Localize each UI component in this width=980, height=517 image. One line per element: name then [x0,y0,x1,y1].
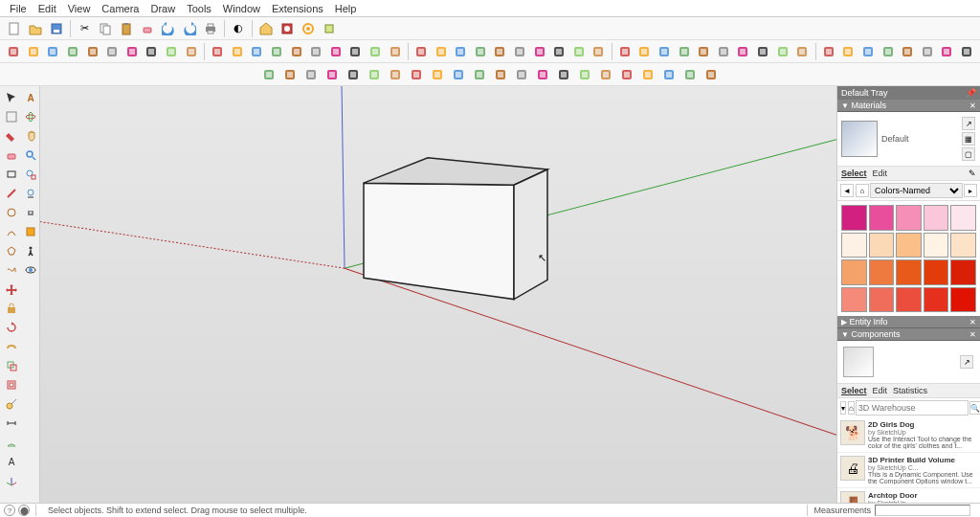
tray-pin-icon[interactable]: 📌 [966,88,976,98]
position-camera-icon[interactable] [22,204,39,221]
back-view-icon[interactable] [344,65,363,84]
component-send-icon[interactable]: ↗ [960,355,973,369]
plugin-tool-36-icon[interactable] [734,42,752,61]
color-swatch-6[interactable] [869,233,895,258]
plugin-tool-9-icon[interactable] [182,42,200,61]
push-pull-tool-icon[interactable] [3,300,20,317]
monochrome-style-icon[interactable] [491,65,510,84]
sample-paint-icon[interactable]: ✎ [969,169,976,178]
tape-measure-icon[interactable] [3,395,20,413]
plugin-tool-3-icon[interactable] [64,42,82,61]
tray-header[interactable]: Default Tray 📌 [837,86,980,100]
pan-tool-icon[interactable] [22,127,39,145]
wireframe-style-icon[interactable] [407,65,426,84]
zoom-extents-icon[interactable] [22,166,39,183]
color-swatch-5[interactable] [841,233,867,258]
shadows-date-icon[interactable] [533,65,552,84]
protractor-tool-icon[interactable] [3,434,20,451]
plugin-tool-12-icon[interactable] [248,42,266,61]
3d-viewport[interactable]: ↖ [40,86,836,503]
shadows-on-icon[interactable] [512,65,531,84]
erase-icon[interactable] [138,19,157,38]
select-tool-icon[interactable] [3,89,20,106]
warehouse-icon[interactable] [256,19,276,38]
color-swatch-2[interactable] [896,205,922,231]
zoom-tool-icon[interactable] [22,146,39,164]
make-component-icon[interactable] [3,108,20,125]
materials-tab-edit[interactable]: Edit [873,169,888,178]
print-icon[interactable] [201,19,220,38]
right-view-icon[interactable] [323,65,342,84]
section-display-icon[interactable] [575,65,594,84]
plugin-tool-46-icon[interactable] [938,42,956,61]
plugin-tool-35-icon[interactable] [715,42,733,61]
eraser-icon[interactable] [3,146,20,164]
color-swatch-19[interactable] [950,287,976,313]
extension-warehouse-icon[interactable] [278,19,297,38]
shaded-style-icon[interactable] [449,65,468,84]
entity-info-close-icon[interactable]: ✕ [969,318,976,326]
plugin-tool-4-icon[interactable] [83,42,101,61]
plugin-tool-45-icon[interactable] [918,42,936,61]
components-tab-select[interactable]: Select [841,386,867,395]
plugin-tool-18-icon[interactable] [367,42,385,61]
plugin-tool-14-icon[interactable] [287,42,305,61]
open-file-icon[interactable] [26,19,45,38]
measurements-input[interactable] [875,505,970,516]
plugin-tool-8-icon[interactable] [163,42,181,61]
menu-draw[interactable]: Draw [145,2,181,14]
entity-info-panel-header[interactable]: ▶ Entity Info ✕ [837,316,980,328]
color-swatch-4[interactable] [950,205,976,231]
plugin-tool-17-icon[interactable] [346,42,365,61]
plugin-tool-15-icon[interactable] [307,42,325,61]
plugin-tool-1-icon[interactable] [25,42,43,61]
plugin-tool-43-icon[interactable] [879,42,897,61]
color-swatch-15[interactable] [841,287,867,313]
section-cuts-icon[interactable] [596,65,615,84]
section-fill-icon[interactable] [617,65,636,84]
materials-tab-select[interactable]: Select [841,169,867,178]
menu-camera[interactable]: Camera [96,2,145,14]
xray-style-icon[interactable] [386,65,405,84]
left-view-icon[interactable] [365,65,384,84]
text-tool-icon[interactable]: A [3,453,20,470]
menu-edit[interactable]: Edit [33,2,62,14]
components-tab-statistics[interactable]: Statistics [893,386,927,395]
top-view-icon[interactable] [280,65,300,84]
plugin-tool-21-icon[interactable] [432,42,450,61]
plugin-tool-27-icon[interactable] [550,42,568,61]
menu-help[interactable]: Help [329,2,363,14]
color-swatch-13[interactable] [924,259,949,285]
components-panel-header[interactable]: ▼ Components ✕ [837,328,980,341]
material-thumbnail[interactable] [841,121,878,157]
color-swatch-11[interactable] [869,259,895,285]
paste-icon[interactable] [117,19,136,38]
search-icon[interactable]: 🔍 [969,401,980,415]
menu-extensions[interactable]: Extensions [266,2,329,14]
copy-icon[interactable] [96,19,115,38]
circle-tool-icon[interactable] [3,204,20,221]
plugin-tool-41-icon[interactable] [839,42,858,61]
plugin-tool-25-icon[interactable] [511,42,529,61]
color-swatch-18[interactable] [924,287,949,313]
paint-bucket-icon[interactable] [3,127,20,145]
color-swatch-12[interactable] [896,259,922,285]
plugin-tool-19-icon[interactable] [386,42,404,61]
color-swatch-16[interactable] [869,287,895,313]
scale-tool-icon[interactable] [3,357,20,374]
plugin-tool-37-icon[interactable] [754,42,772,61]
dimension-tool-icon[interactable] [3,415,20,432]
materials-close-icon[interactable]: ✕ [969,101,976,110]
material-create-icon[interactable]: ▦ [962,132,975,146]
color-swatch-1[interactable] [869,205,895,231]
freehand-tool-icon[interactable] [3,261,20,279]
components-close-icon[interactable]: ✕ [969,330,976,339]
color-swatch-10[interactable] [841,259,867,285]
plugin-tool-47-icon[interactable] [958,42,976,61]
plugin-tool-31-icon[interactable] [635,42,654,61]
scene-prev-icon[interactable] [638,65,657,84]
shaded-texture-style-icon[interactable] [470,65,489,84]
previous-view-icon[interactable] [22,185,39,202]
library-home-icon[interactable]: ⌂ [856,184,869,197]
plugin-tool-33-icon[interactable] [675,42,693,61]
